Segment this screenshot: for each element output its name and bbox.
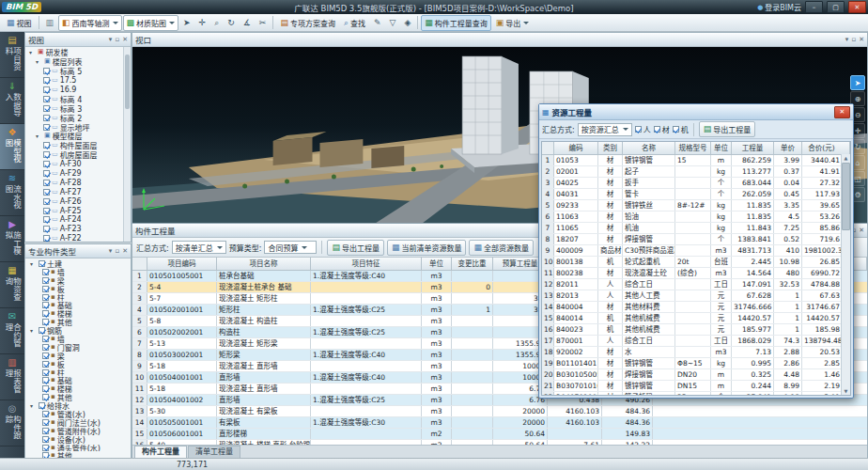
checkbox[interactable] (42, 419, 49, 426)
scrollbar-thumb[interactable] (842, 163, 850, 230)
checkbox[interactable] (635, 126, 642, 133)
type-item[interactable]: ▪楼梯 (27, 309, 131, 318)
type-group[interactable]: ▾土建 (27, 259, 131, 268)
checkbox[interactable] (42, 385, 49, 392)
tree-floor-item[interactable]: ▭A-F29 (27, 169, 131, 179)
type-item[interactable]: ▪基础 (27, 376, 131, 384)
checkbox[interactable] (43, 115, 50, 121)
checkbox[interactable] (42, 286, 49, 292)
checkbox[interactable] (42, 302, 49, 308)
type-item[interactable]: ▪板 (27, 285, 131, 293)
select-tool[interactable]: ➤ (179, 15, 194, 31)
minimize-button[interactable]: – (805, 1, 823, 13)
checkbox[interactable] (42, 394, 49, 400)
type-item[interactable]: ▪门窗洞 (27, 343, 131, 352)
type-item[interactable]: ▪阀门法兰(水) (27, 418, 131, 427)
nav-tab-7[interactable]: ✉合约管理 (0, 308, 24, 354)
nav-tab-5[interactable]: ▶施工模拟 (0, 216, 24, 262)
find-button[interactable]: ⌕查找 (340, 15, 369, 31)
filter-checkbox[interactable]: 机 (673, 124, 689, 134)
tree-floor-item[interactable]: ▭标高 4 (27, 94, 131, 103)
checkbox[interactable] (42, 352, 49, 359)
resource-table-row[interactable]: 19B01101401材镀锌钢管Φ8~15kg0.9952.862.85 (542, 358, 850, 369)
resource-table-row[interactable]: 11800238材现浇混凝土砼(综合)m314.5644806990.72 (542, 268, 850, 279)
display-mode-dropdown[interactable]: ▩材质贴图 (123, 15, 179, 31)
type-item[interactable]: ▪管道附件(水) (27, 427, 131, 435)
type-group[interactable]: ▾给排水 (27, 401, 131, 410)
type-item[interactable]: ▪梁 (27, 276, 131, 285)
checkbox[interactable] (43, 68, 50, 74)
filter-checkbox[interactable]: 材 (654, 124, 670, 134)
section-tool[interactable]: ✂ (256, 15, 271, 31)
checkbox[interactable] (43, 235, 50, 242)
resource-table-row[interactable]: 18920002材水m37.132.8820.53 (542, 347, 850, 358)
view-angle-dropdown[interactable]: ◧西南等轴测 (58, 15, 122, 31)
resource-table-row[interactable]: 202001材起子kg113.2770.3741.91 (542, 166, 850, 178)
tree-floor-item[interactable]: ▭16.9 (27, 86, 131, 95)
tree-floor-item[interactable]: ▭17.5 (27, 76, 131, 86)
checkbox[interactable] (43, 226, 50, 232)
type-item[interactable]: ▪墙 (27, 268, 131, 276)
filter-tool[interactable]: ▽ (385, 15, 399, 31)
checkbox[interactable] (42, 294, 49, 301)
resource-table-row[interactable]: 10800138机轮式起重机20t台班2.44510.9826.85 (542, 257, 850, 268)
nav-tab-3[interactable]: ❖模型视图 (0, 124, 24, 170)
checkbox[interactable] (43, 142, 50, 149)
checkbox[interactable] (42, 428, 49, 434)
export-quantity-button[interactable]: ▤导出工程量 (327, 240, 384, 256)
layout-button[interactable]: ▥ (42, 15, 58, 31)
resource-table-row[interactable]: 1382013人其他人工费元67.628167.63 (542, 290, 850, 302)
export-button[interactable]: ▣导出 (492, 15, 534, 31)
checkbox[interactable] (43, 77, 50, 84)
checkbox[interactable] (43, 170, 50, 177)
resource-table-row[interactable]: 509233材镀锌铁丝8#-12#kg11.8353.3539.65 (542, 200, 850, 212)
checkbox[interactable] (43, 124, 50, 131)
filter-checkbox[interactable]: 人 (635, 124, 651, 134)
tree-floor-item[interactable]: ▭A-F25 (27, 206, 131, 215)
checkbox[interactable] (39, 402, 45, 409)
tree-floor-item[interactable]: ▭A-F26 (27, 196, 131, 206)
resource-window-titlebar[interactable]: ▦ 资源工程量 ✕ (539, 104, 853, 120)
checkbox[interactable] (39, 260, 45, 267)
scroll-up-icon[interactable]: ▲ (845, 154, 848, 162)
resource-summary-dropdown[interactable]: 按资源汇总 (578, 123, 632, 136)
resource-table-row[interactable]: 14840004材其他材料费元31746.666131746.67 (542, 302, 850, 313)
tree-group[interactable]: ▾▣模型楼层 (27, 132, 131, 141)
resource-table-scrollbar[interactable]: ▲ ▼ (841, 154, 850, 395)
checkbox[interactable] (42, 411, 49, 417)
checkbox[interactable] (43, 216, 50, 223)
tree-floor-item[interactable]: ▭A-F22 (27, 234, 131, 242)
checkbox[interactable] (42, 369, 49, 376)
panel-menu-icon[interactable]: ▾ (109, 247, 113, 255)
summary-mode-dropdown[interactable]: 按清单汇总 (172, 241, 226, 254)
checkbox[interactable] (43, 208, 50, 214)
tree-floor-item[interactable]: ▭标高 2 (27, 113, 131, 122)
bottom-tab-1[interactable]: 构件工程量 (134, 446, 187, 458)
checkbox[interactable] (39, 327, 45, 334)
login-button[interactable]: ● 登录BIM云 (757, 2, 801, 12)
all-resource-button[interactable]: ▦全部资源数量 (469, 240, 534, 256)
nav-tab-4[interactable]: ≋流水视图 (0, 170, 24, 216)
expander-icon[interactable]: ▾ (30, 260, 37, 267)
resource-table-row[interactable]: 16840023机其他机械费元185.9771185.98 (542, 324, 850, 336)
view-menu-button[interactable]: ▦视图 (3, 15, 36, 31)
tree-floor-item[interactable]: ▭标高 5 (27, 67, 131, 76)
panel-close-icon[interactable]: ✕ (122, 36, 128, 43)
checkbox[interactable] (673, 126, 679, 133)
type-item[interactable]: ▪其他 (27, 318, 131, 326)
quantity-table-row[interactable]: 14010505001001有梁板1.混凝土强度等级:C30m320000416… (132, 417, 867, 429)
nav-tab-9[interactable]: ◎构件跟踪 (0, 400, 24, 446)
type-item[interactable]: ▪管道(水) (27, 410, 131, 418)
expander-icon[interactable]: ▾ (30, 327, 37, 334)
type-item[interactable]: ▪设备(水) (27, 435, 131, 444)
checkbox[interactable] (43, 189, 50, 196)
cursor-icon[interactable]: ➤ (850, 75, 865, 90)
budget-type-dropdown[interactable]: 合同预算 (264, 241, 317, 254)
tree-floor-item[interactable]: ▭A-F24 (27, 215, 131, 225)
annotate-tool[interactable]: ✎ (370, 15, 385, 31)
resource-table-row[interactable]: 818207材焊接钢管个1383.8410.52719.6 (542, 234, 850, 245)
component-quantity-query-button[interactable]: ▦构件工程量查询 (421, 15, 491, 31)
panel-menu-icon[interactable]: ▾ (845, 36, 849, 43)
close-icon[interactable]: ✕ (834, 106, 850, 118)
checkbox[interactable] (42, 319, 49, 325)
